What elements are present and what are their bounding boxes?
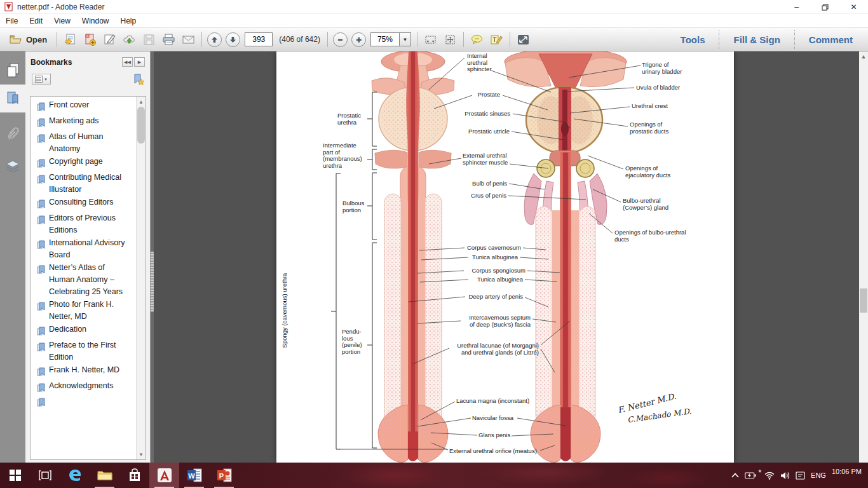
taskbar-adobe-reader-button[interactable] bbox=[149, 463, 179, 488]
comment-bubble-icon bbox=[470, 33, 484, 46]
fit-page-button[interactable] bbox=[440, 31, 460, 48]
bookmarks-scrollbar[interactable]: ▲ ▼ bbox=[136, 97, 146, 459]
open-label: Open bbox=[26, 35, 47, 44]
scroll-up-arrow[interactable]: ▲ bbox=[859, 53, 868, 60]
bookmark-item[interactable]: Photo for Frank H. Netter, MD bbox=[37, 299, 146, 323]
bookmark-item-icon bbox=[37, 100, 45, 114]
scroll-down-arrow[interactable]: ▼ bbox=[137, 450, 146, 459]
zoom-level-value[interactable]: 75% bbox=[370, 32, 400, 46]
powerpoint-icon: P bbox=[217, 468, 232, 482]
windows-logo-icon bbox=[10, 470, 21, 481]
previous-page-button[interactable] bbox=[207, 32, 222, 47]
menu-file[interactable]: File bbox=[0, 15, 24, 27]
figure-label: Intermediate part of (membranous) urethr… bbox=[323, 142, 362, 169]
bookmark-item[interactable]: Dedication bbox=[37, 323, 146, 339]
taskbar-edge-button[interactable] bbox=[60, 463, 90, 488]
print-button[interactable] bbox=[159, 31, 179, 48]
zoom-out-button[interactable] bbox=[333, 32, 348, 47]
menu-view[interactable]: View bbox=[48, 15, 76, 27]
restore-button[interactable] bbox=[811, 0, 839, 14]
scrollbar-thumb[interactable] bbox=[860, 288, 867, 313]
fill-sign-tool-button[interactable] bbox=[487, 31, 506, 48]
save-button[interactable] bbox=[139, 31, 159, 48]
expand-panel-button[interactable]: ▶ bbox=[134, 57, 145, 67]
menu-edit[interactable]: Edit bbox=[24, 15, 48, 27]
create-pdf-button[interactable] bbox=[80, 31, 100, 48]
document-scrollbar[interactable]: ▲ bbox=[859, 51, 868, 463]
bookmark-item[interactable]: Front cover bbox=[37, 99, 146, 114]
bookmark-item[interactable]: Frank H. Netter, MD bbox=[37, 364, 146, 379]
bookmark-item[interactable]: Atlas of Human Anatomy bbox=[37, 131, 146, 155]
bookmark-item[interactable]: Acknowledgments bbox=[37, 380, 146, 395]
bookmarks-tab[interactable] bbox=[0, 85, 25, 112]
bookmark-item-icon bbox=[37, 214, 45, 236]
tab-fill-sign[interactable]: Fill & Sign bbox=[721, 28, 792, 51]
bookmark-item[interactable]: Editors of Previous Editions bbox=[37, 212, 146, 236]
menu-help[interactable]: Help bbox=[115, 15, 142, 27]
save-floppy-icon bbox=[142, 33, 156, 46]
new-bookmark-button[interactable] bbox=[132, 73, 145, 85]
figure-label: Prostatic sinuses bbox=[465, 111, 510, 118]
bookmark-options-button[interactable]: ▼ bbox=[32, 74, 51, 85]
zoom-dropdown-button[interactable]: ▼ bbox=[400, 32, 411, 46]
figure-label: External urethral orifice (meatus) bbox=[449, 448, 537, 455]
taskbar-powerpoint-button[interactable]: P bbox=[209, 463, 239, 488]
sign-document-button[interactable] bbox=[100, 31, 119, 48]
bookmark-item[interactable]: Netter’s Atlas of Human Anatomy – Celebr… bbox=[37, 262, 146, 298]
bookmark-item-label: Consulting Editors bbox=[49, 196, 132, 212]
bookmark-item[interactable]: Consulting Editors bbox=[37, 196, 146, 212]
task-view-button[interactable] bbox=[30, 463, 60, 488]
bookmark-item[interactable]: Copyright page bbox=[37, 156, 146, 171]
next-page-button[interactable] bbox=[226, 32, 240, 47]
taskbar-file-explorer-button[interactable] bbox=[90, 463, 119, 488]
figure-label: Deep artery of penis bbox=[468, 294, 523, 301]
new-bookmark-icon bbox=[132, 73, 145, 85]
battery-icon[interactable] bbox=[745, 471, 756, 479]
speaker-icon[interactable] bbox=[780, 471, 790, 480]
bookmark-item[interactable]: Marketing ads bbox=[37, 115, 146, 130]
page-thumbnails-tab[interactable] bbox=[0, 57, 25, 85]
figure-label: Intercavernous septum of deep (Buck’s) f… bbox=[469, 315, 531, 328]
minimize-button[interactable]: – bbox=[782, 0, 811, 14]
figure-label: Bulb of penis bbox=[472, 180, 507, 187]
zoom-in-button[interactable] bbox=[351, 32, 366, 47]
action-center-icon[interactable] bbox=[796, 471, 805, 480]
scrollbar-thumb[interactable] bbox=[137, 107, 145, 144]
microsoft-store-icon bbox=[128, 468, 142, 482]
separator bbox=[327, 32, 328, 47]
svg-text:W: W bbox=[188, 472, 195, 480]
pdf-file-icon bbox=[4, 2, 13, 11]
open-button[interactable]: Open bbox=[3, 31, 53, 48]
bookmark-item[interactable]: Contributing Medical Illustrator bbox=[37, 172, 146, 196]
clock[interactable]: 10:06 PM bbox=[832, 468, 862, 476]
language-indicator[interactable]: ENG bbox=[811, 471, 826, 479]
figure-label: Prostate bbox=[478, 92, 500, 98]
collapse-panel-button[interactable]: ◀◀ bbox=[122, 57, 133, 67]
print-icon bbox=[162, 33, 175, 46]
document-viewer[interactable]: Internal urethral sphincterTrigone of ur… bbox=[154, 51, 868, 463]
bookmark-item-partial[interactable] bbox=[37, 396, 146, 410]
figure-label: Urethral lacunae (of Morgagni) and ureth… bbox=[457, 342, 539, 356]
bookmark-item[interactable]: International Advisory Board bbox=[37, 237, 146, 261]
page-number-input[interactable] bbox=[245, 32, 273, 46]
taskbar-store-button[interactable] bbox=[119, 463, 149, 488]
start-button[interactable] bbox=[0, 463, 30, 488]
attachments-tab[interactable] bbox=[0, 120, 25, 148]
bookmark-item-label: Marketing ads bbox=[49, 115, 132, 130]
send-file-button[interactable] bbox=[119, 31, 139, 48]
tab-tools[interactable]: Tools bbox=[668, 28, 718, 51]
fullscreen-button[interactable] bbox=[513, 31, 533, 48]
menu-window[interactable]: Window bbox=[76, 15, 115, 27]
bookmark-item[interactable]: Preface to the First Edition bbox=[37, 339, 146, 363]
sticky-note-button[interactable] bbox=[467, 31, 487, 48]
close-button[interactable]: ✕ bbox=[839, 0, 868, 14]
export-pdf-button[interactable] bbox=[60, 31, 80, 48]
layers-tab[interactable] bbox=[0, 153, 25, 181]
tray-chevron-icon[interactable] bbox=[731, 473, 739, 478]
wifi-icon[interactable] bbox=[764, 471, 775, 480]
scroll-up-arrow[interactable]: ▲ bbox=[137, 97, 146, 106]
taskbar-word-button[interactable]: W bbox=[179, 463, 209, 488]
fit-width-button[interactable] bbox=[421, 31, 440, 48]
email-button[interactable] bbox=[179, 31, 198, 48]
tab-comment[interactable]: Comment bbox=[796, 28, 865, 51]
